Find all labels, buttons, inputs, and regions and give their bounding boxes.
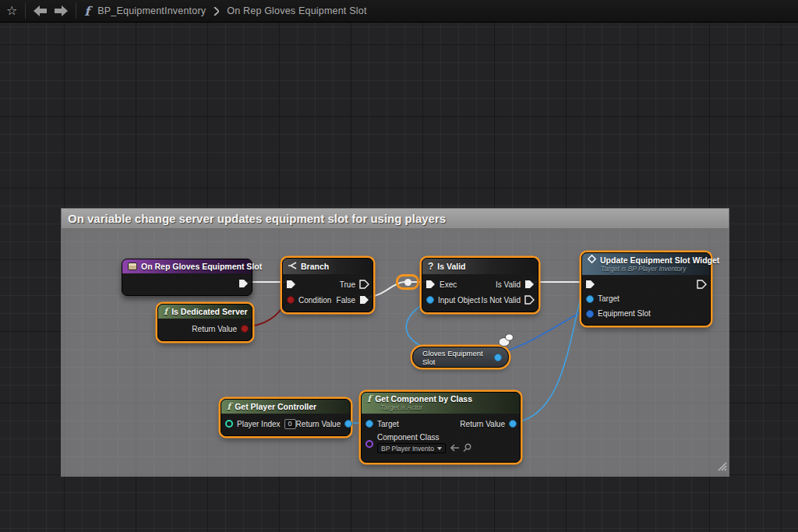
toolbar-divider [76, 3, 76, 19]
pin-label-input-object: Input Object [438, 296, 480, 305]
breadcrumb-chevron-icon [214, 7, 219, 16]
exec-out-pin[interactable] [238, 279, 249, 288]
exec-is-valid-pin[interactable] [524, 280, 535, 289]
branch-icon [288, 262, 297, 271]
question-mark-icon: ? [428, 261, 433, 272]
node-branch[interactable]: Branch True Condition [282, 258, 373, 312]
pin-label-is-valid: Is Valid [496, 280, 521, 289]
component-class-value: BP Player Invento [381, 445, 434, 453]
object-return-pin[interactable] [509, 420, 517, 428]
toolbar-divider [25, 3, 26, 19]
exec-in-pin[interactable] [585, 280, 595, 289]
toolbar: ☆ f BP_EquipmentInventory On Rep Gloves … [0, 0, 798, 23]
exec-false-pin[interactable] [359, 295, 369, 305]
struct-equipment-slot-pin[interactable] [586, 310, 594, 318]
object-target-pin[interactable] [586, 295, 594, 303]
node-get-player-controller[interactable]: f Get Player Controller Player Index 0 R… [221, 399, 351, 436]
pin-label-target: Target [598, 294, 620, 303]
function-icon: f [227, 402, 231, 411]
node-is-dedicated-server[interactable]: f Is Dedicated Server Return Value [157, 304, 252, 341]
player-index-input[interactable]: 0 [284, 419, 296, 429]
pin-label-condition: Condition [298, 296, 331, 305]
pin-label-return-value: Return Value [296, 420, 341, 428]
favorite-star-icon[interactable]: ☆ [6, 5, 17, 17]
function-icon: f [367, 394, 371, 403]
node-title: Is Valid [437, 262, 465, 271]
node-title: Get Player Controller [235, 402, 316, 411]
use-selected-arrow-icon[interactable] [450, 444, 459, 453]
browse-magnifier-icon[interactable] [463, 443, 471, 453]
node-subtitle: Target is BP Player Inventory [601, 265, 704, 273]
node-title: Get Component by Class [375, 394, 472, 403]
node-gloves-equipment-slot-variable[interactable]: Gloves Equipment Slot [412, 347, 509, 368]
bool-condition-pin[interactable] [287, 296, 295, 304]
class-component-class-pin[interactable] [365, 440, 373, 448]
forward-arrow-icon[interactable] [55, 5, 68, 16]
exec-is-not-valid-pin[interactable] [524, 295, 535, 305]
node-on-rep-gloves-equipment-slot[interactable]: On Rep Gloves Equipment Slot [122, 259, 252, 296]
component-class-dropdown[interactable]: BP Player Invento [377, 443, 446, 453]
reroute-dot[interactable] [404, 279, 411, 286]
dropdown-arrow-icon [437, 447, 442, 450]
pin-label-exec: Exec [440, 280, 457, 289]
diamond-event-icon [588, 255, 596, 265]
pin-label-return-value: Return Value [460, 420, 505, 428]
int-player-index-pin[interactable] [225, 420, 233, 428]
variable-output-pin[interactable] [494, 354, 502, 361]
back-arrow-icon[interactable] [34, 5, 47, 16]
pin-label-false: False [337, 296, 355, 305]
onrep-event-icon [128, 262, 137, 270]
node-is-valid[interactable]: ? Is Valid Exec Is Valid [422, 258, 538, 312]
node-update-equipment-slot-widget[interactable]: Update Equipment Slot Widget Target is B… [581, 252, 711, 326]
breadcrumb-current: On Rep Gloves Equipment Slot [227, 5, 366, 16]
pin-label-component-class: Component Class [377, 433, 471, 442]
exec-in-pin[interactable] [425, 280, 436, 289]
object-target-pin[interactable] [365, 420, 373, 428]
comment-resize-grip[interactable] [715, 460, 727, 474]
node-title: Is Dedicated Server [171, 307, 247, 316]
blueprint-graph-canvas[interactable]: On variable change server updates equipm… [0, 23, 798, 532]
node-subtitle: Target is Actor [380, 403, 514, 411]
pin-label-target: Target [377, 420, 399, 428]
pin-label-player-index: Player Index [237, 420, 281, 428]
bool-return-pin[interactable] [241, 325, 249, 333]
function-icon: f [164, 307, 168, 316]
pin-label-equipment-slot: Equipment Slot [598, 309, 651, 318]
function-icon: f [84, 4, 90, 19]
comment-title[interactable]: On variable change server updates equipm… [61, 208, 729, 229]
exec-out-pin[interactable] [697, 280, 707, 289]
pin-label-return-value: Return Value [192, 325, 237, 333]
exec-in-pin[interactable] [286, 280, 296, 289]
object-input-pin[interactable] [426, 296, 434, 304]
reroute-node[interactable] [396, 274, 419, 290]
node-get-component-by-class[interactable]: f Get Component by Class Target is Actor… [361, 392, 521, 463]
pin-label-is-not-valid: Is Not Valid [482, 296, 521, 305]
breadcrumb-root[interactable]: BP_EquipmentInventory [97, 5, 206, 16]
node-title: Update Equipment Slot Widget [600, 255, 719, 265]
pin-label-true: True [340, 280, 355, 289]
node-title: On Rep Gloves Equipment Slot [141, 262, 262, 271]
exec-true-pin[interactable] [359, 280, 369, 289]
variable-name: Gloves Equipment Slot [422, 349, 489, 366]
node-title: Branch [301, 262, 329, 271]
